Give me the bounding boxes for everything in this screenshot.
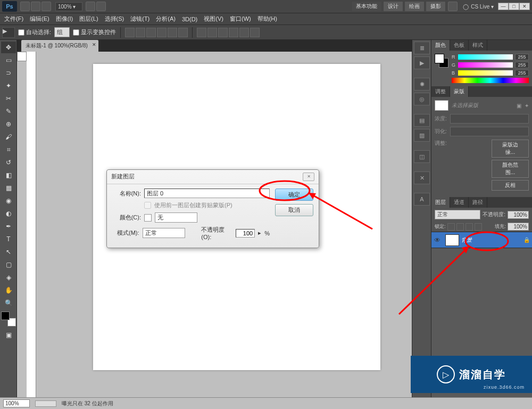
b-slider[interactable] (458, 70, 513, 76)
tab-swatches[interactable]: 色板 (450, 40, 469, 51)
heal-tool-icon[interactable]: ⊕ (1, 118, 16, 130)
clone-panel-icon[interactable]: ◎ (414, 93, 430, 105)
3d-tool-icon[interactable]: ◈ (1, 272, 16, 283)
paragraph-panel-icon[interactable]: A (414, 193, 430, 206)
blend-mode-select[interactable]: 正常 (435, 210, 480, 219)
fill-field[interactable]: 100% (508, 223, 529, 231)
name-input[interactable] (144, 189, 270, 198)
mask-edge-button[interactable]: 蒙版边缘... (492, 140, 529, 158)
quickmask-tool-icon[interactable]: ▣ (1, 329, 16, 341)
tab-adjustments[interactable]: 调整 (431, 86, 450, 97)
invert-button[interactable]: 反相 (492, 180, 529, 191)
density-field[interactable] (450, 114, 529, 124)
distribute-icon[interactable] (197, 28, 206, 37)
app-icon-2[interactable] (31, 2, 40, 11)
show-transform-check[interactable]: 显示变换控件 (73, 28, 116, 36)
menu-select[interactable]: 选择(S) (102, 14, 128, 24)
menu-image[interactable]: 图像(I) (53, 14, 76, 24)
menu-layer[interactable]: 图层(L) (76, 14, 101, 24)
align-icon[interactable] (178, 28, 188, 37)
swatches-panel-icon[interactable]: ◫ (414, 150, 430, 163)
app-icon-1[interactable] (20, 2, 30, 11)
distribute-icon[interactable] (229, 28, 238, 37)
hand-tool-icon[interactable]: ✋ (1, 284, 16, 296)
workspace-photo[interactable]: 摄影 (426, 1, 446, 12)
align-icon[interactable] (136, 28, 145, 37)
brush-panel-icon[interactable]: ✺ (414, 78, 430, 91)
gradient-tool-icon[interactable]: ▦ (1, 182, 16, 194)
cancel-button[interactable]: 取消 (275, 204, 313, 216)
wand-tool-icon[interactable]: ✦ (1, 80, 16, 92)
minimize-button[interactable]: — (498, 3, 509, 10)
eraser-tool-icon[interactable]: ◧ (1, 169, 16, 181)
workspace-essentials[interactable]: 基本功能 (351, 1, 382, 12)
zoom-tool-icon[interactable]: 🔍 (1, 297, 16, 309)
distribute-icon[interactable] (218, 28, 228, 37)
tab-layers[interactable]: 图层 (431, 197, 450, 208)
shape-tool-icon[interactable]: ▢ (1, 259, 16, 271)
marquee-tool-icon[interactable]: ▭ (1, 54, 16, 66)
layout-icon-1[interactable] (86, 2, 95, 11)
lock-position-icon[interactable] (466, 223, 473, 231)
history-panel-icon[interactable]: ≣ (414, 42, 430, 54)
r-slider[interactable] (458, 54, 513, 60)
menu-file[interactable]: 文件(F) (1, 14, 27, 24)
lasso-tool-icon[interactable]: ⊃ (1, 67, 16, 79)
foreground-color-swatch[interactable] (1, 312, 10, 320)
b-value[interactable]: 255 (515, 70, 529, 76)
workspace-design[interactable]: 设计 (383, 1, 403, 12)
menu-edit[interactable]: 编辑(E) (27, 14, 53, 24)
actions-panel-icon[interactable]: ▶ (414, 56, 430, 69)
maximize-button[interactable]: □ (509, 3, 519, 10)
zoom-dropdown[interactable]: 100% ▾ (55, 2, 82, 11)
path-tool-icon[interactable]: ↖ (1, 246, 16, 258)
distribute-icon[interactable] (207, 28, 217, 37)
lock-all-icon[interactable] (475, 223, 482, 231)
feather-field[interactable] (450, 127, 529, 136)
opacity-input[interactable] (236, 229, 255, 238)
vector-mask-icon[interactable]: ✦ (525, 103, 529, 109)
hue-ramp[interactable] (452, 78, 529, 83)
layer-thumbnail[interactable] (445, 234, 459, 246)
layer-row-background[interactable]: 👁 背景 🔒 (431, 232, 532, 248)
show-transform-checkbox[interactable] (73, 29, 79, 36)
workspace-painting[interactable]: 绘画 (404, 1, 425, 12)
document-tab[interactable]: 未标题-1 @ 100%(RGB/8) ✕ (21, 40, 98, 52)
brush-tool-icon[interactable]: 🖌 (1, 131, 16, 143)
move-tool-icon[interactable]: ✥ (1, 42, 16, 53)
type-tool-icon[interactable]: T (1, 233, 16, 245)
menu-help[interactable]: 帮助(H) (254, 14, 280, 24)
ok-button[interactable]: 确定 (275, 189, 313, 201)
close-button[interactable]: ✕ (519, 3, 530, 10)
align-icon[interactable] (157, 28, 167, 37)
tab-color[interactable]: 颜色 (431, 40, 450, 51)
tab-channels[interactable]: 通道 (450, 197, 469, 208)
tab-masks[interactable]: 蒙版 (450, 86, 469, 97)
align-icon[interactable] (168, 28, 177, 37)
auto-select-check[interactable]: 自动选择: (18, 28, 51, 36)
layout-icon-2[interactable] (96, 2, 106, 11)
align-icon[interactable] (146, 28, 156, 37)
g-slider[interactable] (458, 62, 513, 68)
tool-presets-icon[interactable]: ▥ (414, 129, 430, 142)
dialog-close-button[interactable]: ⨉ (303, 173, 314, 181)
blur-tool-icon[interactable]: ◉ (1, 195, 16, 207)
tab-paths[interactable]: 路径 (469, 197, 487, 208)
menu-analysis[interactable]: 分析(A) (153, 14, 179, 24)
layer-name[interactable]: 背景 (461, 236, 523, 244)
color-select[interactable]: 无 (155, 212, 197, 223)
eyedropper-tool-icon[interactable]: ✎ (1, 105, 16, 117)
fg-swatch[interactable] (435, 54, 444, 63)
color-picker[interactable] (1, 312, 16, 326)
pixel-mask-icon[interactable]: ▣ (517, 103, 521, 109)
color-range-button[interactable]: 颜色范围... (492, 160, 529, 178)
opacity-field[interactable]: 100% (508, 211, 529, 219)
visibility-icon[interactable]: 👁 (431, 236, 443, 244)
menu-3d[interactable]: 3D(D) (179, 15, 201, 23)
crop-tool-icon[interactable]: ✂ (1, 93, 16, 104)
tab-styles[interactable]: 样式 (469, 40, 487, 51)
cslive-menu[interactable]: CS Live ▾ (463, 4, 494, 10)
move-tool-preset-icon[interactable]: ▶ (2, 27, 15, 38)
history-brush-tool-icon[interactable]: ↺ (1, 157, 16, 168)
auto-select-target[interactable]: 组 (54, 27, 70, 37)
